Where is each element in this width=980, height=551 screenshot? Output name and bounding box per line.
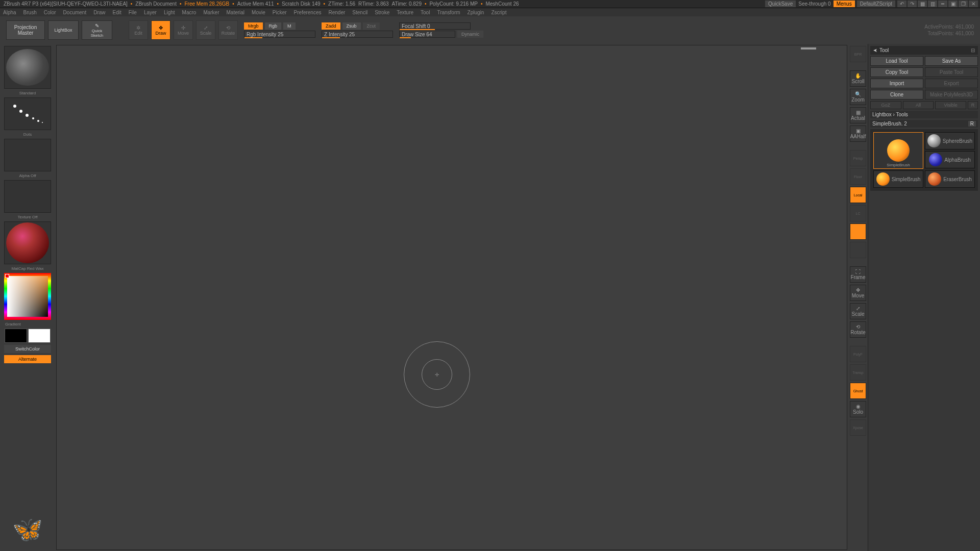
menu-alpha[interactable]: Alpha [3,10,16,15]
copy-tool-button[interactable]: Copy Tool [870,67,923,77]
menu-stencil[interactable]: Stencil [352,10,368,15]
mrgb-button[interactable]: Mrgb [244,22,263,30]
maximize-icon[interactable]: ▣ [948,1,958,7]
dynamic-button[interactable]: Dynamic [457,31,483,38]
menu-draw[interactable]: Draw [93,10,105,15]
thumb-simplebrush[interactable]: SimpleBrush [873,170,923,188]
seethrough-slider[interactable]: See-through 0 [798,1,830,7]
nav-scale-button[interactable]: ⤢Scale [850,303,866,319]
move-button[interactable]: ✢Move [174,20,193,40]
z-intensity-slider[interactable]: Z Intensity 25 [322,31,393,38]
thumb-simplebrush-large[interactable]: SimpleBrush [873,132,923,169]
goz-all-button[interactable]: All [903,101,934,109]
menu-movie[interactable]: Movie [252,10,265,15]
rgb-button[interactable]: Rgb [265,22,282,30]
menu-material[interactable]: Material [227,10,245,15]
menu-stroke[interactable]: Stroke [375,10,389,15]
menu-macro[interactable]: Macro [182,10,197,15]
import-button[interactable]: Import [870,79,923,88]
pin-icon[interactable]: ⊟ [971,47,975,53]
goz-visible-button[interactable]: Visible [935,101,966,109]
menu-transform[interactable]: Transform [437,10,460,15]
color-picker[interactable] [4,273,51,320]
default-script-button[interactable]: DefaultZScript [857,1,895,7]
swatch-white[interactable] [28,329,51,343]
load-tool-button[interactable]: Load Tool [870,56,923,66]
draw-button[interactable]: ✥Draw [151,20,170,40]
thumb-spherebrush[interactable]: SphereBrush [925,132,975,149]
tool-r-button[interactable]: R [968,121,976,127]
focal-shift-slider[interactable]: Focal Shift 0 [399,22,471,30]
quicksketch-button[interactable]: ✎Quick Sketch [82,20,112,40]
scale-button[interactable]: ⤢Scale [196,20,215,40]
win-layout1-icon[interactable]: ▦ [918,1,927,7]
unknown-dim-button[interactable] [850,242,866,258]
polyf-button[interactable]: PolyF [850,346,866,362]
menu-zscript[interactable]: Zscript [491,10,506,15]
actual-button[interactable]: ▦Actual [850,107,866,123]
menu-tool[interactable]: Tool [421,10,430,15]
xpose-button[interactable]: Xpose [850,419,866,436]
goz-r-button[interactable]: R [968,101,978,109]
projection-master-button[interactable]: Projection Master [6,20,45,40]
zcut-button[interactable]: Zcut [363,22,380,30]
swatch-black[interactable] [5,329,27,343]
rotate-button[interactable]: ⟲Rotate [218,20,238,40]
draw-size-slider[interactable]: Draw Size 64 [399,31,455,38]
alternate-button[interactable]: Alternate [4,355,51,363]
canvas[interactable]: ✛ [56,45,847,550]
menu-texture[interactable]: Texture [397,10,413,15]
menu-render[interactable]: Render [329,10,346,15]
zsub-button[interactable]: Zsub [342,22,361,30]
zoom-button[interactable]: 🔍Zoom [850,89,866,105]
save-as-button[interactable]: Save As [925,56,978,66]
menu-preferences[interactable]: Preferences [294,10,322,15]
current-tool-bar[interactable]: SimpleBrush. 2 R [870,120,978,128]
goz-button[interactable]: GoZ [870,101,901,109]
lc-button[interactable]: LC [850,205,866,221]
persp-button[interactable]: Persp [850,150,866,166]
nav-move-button[interactable]: ✥Move [850,285,866,301]
gradient-label[interactable]: Gradient [2,322,53,327]
menu-color[interactable]: Color [44,10,56,15]
aahalf-button[interactable]: ▣AAHalf [850,126,866,142]
rgb-intensity-slider[interactable]: Rgb Intensity 25 [244,31,315,38]
local-button[interactable]: Local [850,187,866,203]
scroll-button[interactable]: ✋Scroll [850,70,866,87]
m-button[interactable]: M [283,22,296,30]
thumb-eraserbrush[interactable]: EraserBrush [925,170,975,188]
material-tile[interactable] [4,221,51,264]
tool-header[interactable]: ➤ Tool ⊟ [870,46,978,55]
restore-icon[interactable]: ❐ [959,1,968,7]
solo-button[interactable]: ◉Solo [850,401,866,417]
menu-document[interactable]: Document [63,10,87,15]
alpha-tile[interactable] [4,139,51,171]
texture-tile[interactable] [4,180,51,213]
lightbox-tools-bar[interactable]: Lightbox › Tools [870,111,978,118]
switchcolor-button[interactable]: SwitchColor [4,345,51,353]
clone-button[interactable]: Clone [870,90,923,99]
export-button[interactable]: Export [925,79,978,88]
edit-button[interactable]: ✲Edit [129,20,148,40]
thumb-alphabrush[interactable]: AlphaBrush [925,151,975,168]
paste-tool-button[interactable]: Paste Tool [925,67,978,77]
floor-button[interactable]: Floor [850,168,866,185]
bpr-button[interactable]: BPR [850,46,866,62]
menu-brush[interactable]: Brush [23,10,37,15]
menu-marker[interactable]: Marker [203,10,219,15]
menu-edit[interactable]: Edit [113,10,121,15]
close-icon[interactable]: ✕ [969,1,978,7]
lightbox-button[interactable]: LightBox [48,20,79,40]
menu-picker[interactable]: Picker [273,10,287,15]
win-undo-icon[interactable]: ↶ [897,1,906,7]
menu-light[interactable]: Light [164,10,175,15]
menu-layer[interactable]: Layer [144,10,157,15]
unknown-orange-button[interactable] [850,223,866,240]
quicksave-button[interactable]: QuickSave [765,1,796,7]
ghost-button[interactable]: Ghost [850,383,866,399]
brush-tile[interactable] [4,46,51,89]
make-polymesh-button[interactable]: Make PolyMesh3D [925,90,978,99]
menu-file[interactable]: File [129,10,137,15]
nav-rotate-button[interactable]: ⟲Rotate [850,321,866,338]
minimize-icon[interactable]: ━ [938,1,947,7]
